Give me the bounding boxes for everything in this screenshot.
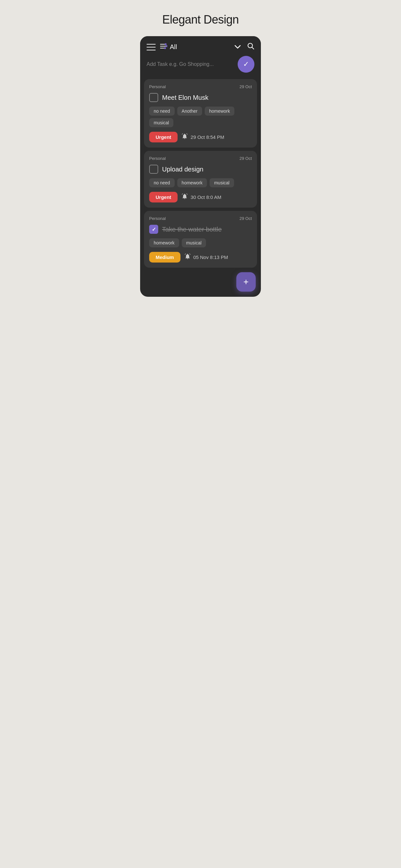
task-card: Personal 29 Oct Take the water bottle ho…: [144, 211, 257, 268]
filter-icon[interactable]: [160, 43, 167, 51]
svg-line-7: [252, 48, 254, 50]
task-card-header: Personal 29 Oct: [149, 156, 252, 161]
hamburger-menu-icon[interactable]: [147, 44, 156, 51]
alarm-row: 30 Oct 8:0 AM: [181, 193, 221, 201]
priority-badge[interactable]: Urgent: [149, 192, 178, 203]
task-title: Upload design: [162, 166, 204, 173]
task-checkbox[interactable]: [149, 93, 158, 102]
task-card: Personal 29 Oct Meet Elon Musk no needAn…: [144, 79, 257, 148]
add-task-input[interactable]: [147, 58, 234, 70]
task-title: Take the water bottle: [162, 226, 222, 233]
alarm-time: 29 Oct 8:54 PM: [190, 134, 224, 140]
page-title: Elegant Design: [140, 13, 261, 27]
alarm-icon: [184, 253, 191, 261]
priority-badge[interactable]: Medium: [149, 252, 181, 262]
page-header: Elegant Design: [134, 0, 267, 36]
task-footer: Urgent 29 Oct 8:54 PM: [149, 132, 252, 143]
task-category: Personal: [149, 216, 166, 221]
tag[interactable]: musical: [182, 238, 206, 247]
alarm-time: 05 Nov 8:13 PM: [193, 254, 228, 260]
add-task-confirm-button[interactable]: ✓: [238, 56, 254, 73]
tags-row: no needhomeworkmusical: [149, 178, 252, 187]
alarm-row: 29 Oct 8:54 PM: [181, 133, 224, 141]
tag[interactable]: homework: [205, 106, 235, 116]
task-footer: Urgent 30 Oct 8:0 AM: [149, 192, 252, 203]
task-card-header: Personal 29 Oct: [149, 216, 252, 221]
tag[interactable]: Another: [177, 106, 202, 116]
tag[interactable]: no need: [149, 106, 175, 116]
tag[interactable]: musical: [149, 118, 174, 127]
svg-point-4: [166, 45, 167, 47]
task-card: Personal 29 Oct Upload design no needhom…: [144, 151, 257, 208]
tag[interactable]: musical: [210, 178, 234, 187]
task-title: Meet Elon Musk: [162, 94, 208, 101]
tags-row: homeworkmusical: [149, 238, 252, 247]
task-card-header: Personal 29 Oct: [149, 84, 252, 89]
svg-point-3: [165, 43, 166, 45]
task-date: 29 Oct: [240, 84, 252, 89]
checkmark-icon: ✓: [243, 60, 249, 68]
alarm-icon: [181, 133, 188, 141]
task-title-row: Meet Elon Musk: [149, 93, 252, 102]
plus-icon: +: [243, 277, 249, 286]
alarm-icon: [181, 193, 188, 201]
chevron-down-icon[interactable]: [235, 43, 241, 51]
alarm-time: 30 Oct 8:0 AM: [190, 194, 221, 200]
add-task-fab[interactable]: +: [236, 272, 256, 291]
task-checkbox[interactable]: [149, 165, 158, 174]
alarm-row: 05 Nov 8:13 PM: [184, 253, 228, 261]
task-title-row: Take the water bottle: [149, 225, 252, 234]
task-checkbox[interactable]: [149, 225, 158, 234]
task-title-row: Upload design: [149, 165, 252, 174]
svg-point-5: [164, 47, 166, 49]
tag[interactable]: homework: [149, 238, 179, 247]
top-nav: All: [140, 36, 261, 56]
tag[interactable]: homework: [177, 178, 207, 187]
task-footer: Medium 05 Nov 8:13 PM: [149, 252, 252, 262]
task-category: Personal: [149, 84, 166, 89]
tags-row: no needAnotherhomeworkmusical: [149, 106, 252, 127]
task-date: 29 Oct: [240, 216, 252, 221]
add-task-row: ✓: [140, 56, 261, 79]
search-icon[interactable]: [247, 42, 254, 51]
tag[interactable]: no need: [149, 178, 175, 187]
priority-badge[interactable]: Urgent: [149, 132, 178, 143]
task-date: 29 Oct: [240, 156, 252, 161]
task-category: Personal: [149, 156, 166, 161]
app-container: All ✓ Personal 29 Oct Meet Elon Musk: [140, 36, 261, 297]
nav-filter-label: All: [170, 43, 235, 51]
task-list: Personal 29 Oct Meet Elon Musk no needAn…: [140, 79, 261, 268]
